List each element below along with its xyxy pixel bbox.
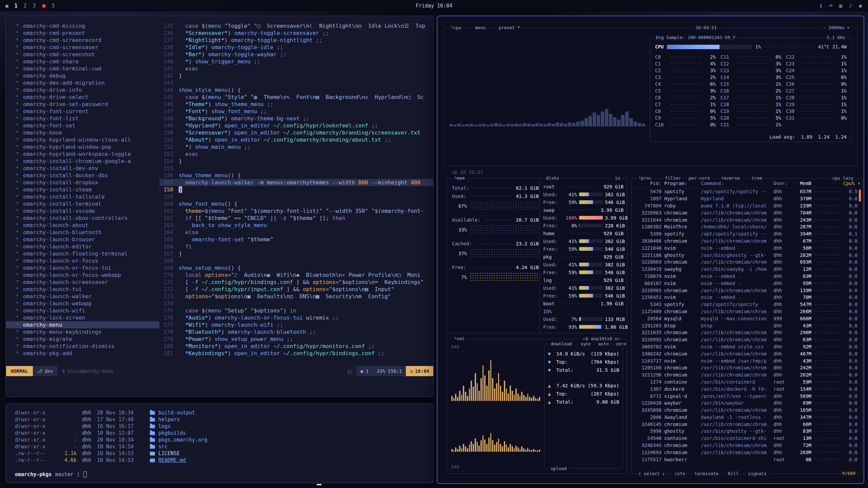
code-line[interactable]: 157 omarchy-launch-walker -m menus:omarc… xyxy=(160,179,433,186)
select-hint[interactable]: ↑ select ↓ xyxy=(636,471,667,477)
process-row[interactable]: 864107 nvim nvim --embed . dhh 95M 0.0 xyxy=(632,280,862,287)
code-line[interactable]: 177 *Wifi*) omarchy-launch-wifi ;; xyxy=(160,321,433,328)
process-scrollbar[interactable] xyxy=(859,189,861,202)
preset-button[interactable]: preset * xyxy=(497,25,522,31)
file-tree-item[interactable]: * omarchy-install-tailscale xyxy=(16,193,159,200)
tree-button[interactable]: tree xyxy=(750,175,764,181)
file-tree-item[interactable]: * omarchy-cmd-screenshot xyxy=(16,51,159,58)
file-tree-item[interactable]: * omarchy-launch-floating-terminal xyxy=(16,250,159,257)
code-line[interactable]: 175 case $(menu "Setup" "$options") in xyxy=(160,307,433,314)
code-line[interactable]: 170 local options="♪ Audio\n◉ Wifi\n◆ Bl… xyxy=(160,271,433,279)
terminate-button[interactable]: terminate xyxy=(693,471,721,477)
process-row[interactable]: 5343 spotify /opt/spotify/spotify dhh 54… xyxy=(632,301,862,308)
file-tree-item[interactable]: * omarchy-drive-select xyxy=(16,94,159,101)
process-row[interactable]: 1124693 chromium /usr/lib/chromium/chrom… xyxy=(632,449,862,456)
file-tree-item[interactable]: * omarchy-font-current xyxy=(16,108,159,115)
process-row[interactable]: 3220992 chromium /usr/lib/chromium/chrom… xyxy=(632,336,862,343)
code-line[interactable]: 137 *Nightlight*) omarchy-toggle-nightli… xyxy=(160,37,433,44)
file-tree-item[interactable]: * omarchy-install-vscode xyxy=(16,207,159,215)
shell-prompt[interactable]: omarchy-pkgs master ) xyxy=(15,471,433,478)
file-tree-item[interactable]: * omarchy-install-chromium-google-a xyxy=(16,158,159,165)
code-line[interactable]: 135 case $(menu "Toggle" "▢ Screensaver\… xyxy=(160,22,433,29)
code-line[interactable]: 150 *Screensaver*) open_in_editor ~/.con… xyxy=(160,129,433,136)
process-row[interactable]: 1143717 nvim nvim --embed /var/tmp/p dhh… xyxy=(632,357,862,364)
code-line[interactable]: 166 fi xyxy=(160,243,433,250)
code-line[interactable]: 143 xyxy=(160,79,433,86)
process-row[interactable]: 1205108 chromium /usr/lib/chromium/chrom… xyxy=(632,364,862,371)
file-tree-item[interactable]: * omarchy-launch-screensaver xyxy=(16,279,159,286)
file-tree-item[interactable]: * omarchy-install-terminal xyxy=(16,200,159,207)
process-row[interactable]: 1186302 MainThre /home/dhh/.local/share/… xyxy=(632,223,862,230)
code-line[interactable]: 136 *Screensaver*) omarchy-toggle-screen… xyxy=(160,29,433,37)
process-row[interactable]: 3220965 chromium /usr/lib/chromium/chrom… xyxy=(632,287,862,294)
process-row[interactable]: 1125409 chromium /usr/lib/chromium/chrom… xyxy=(632,308,862,315)
code-line[interactable]: 165 omarchy-font-set "$theme" xyxy=(160,236,433,243)
code-line[interactable]: 141 esac xyxy=(160,65,433,72)
code-line[interactable]: 178 *Bluetooth*) omarchy-launch-bluetoot… xyxy=(160,328,433,336)
filter-button[interactable]: filter xyxy=(663,175,683,181)
file-tree-item[interactable]: * omarchy-launch-browser xyxy=(16,236,159,243)
code-line[interactable]: 176 *Audio*) omarchy-launch-or-focus-tui… xyxy=(160,314,433,321)
code-line[interactable]: 152 *) show_main_menu ;; xyxy=(160,143,433,150)
code-line[interactable]: 147 *Font*) show_font_menu ;; xyxy=(160,108,433,115)
process-row[interactable]: 3221044 chromium /usr/lib/chromium/chrom… xyxy=(632,216,862,223)
auto-button[interactable]: auto xyxy=(596,341,611,347)
file-tree-item[interactable]: * omarchy-launch-or-focus-tui xyxy=(16,264,159,271)
file-tree-item[interactable]: * omarchy-hyprland-workspace-toggle xyxy=(16,150,159,158)
user-header[interactable]: User: xyxy=(773,181,791,186)
process-row[interactable]: 3246145 chromium /usr/lib/chromium/chrom… xyxy=(632,421,862,428)
process-row[interactable]: 6772 signal-d /proc/self/exe --type=r dh… xyxy=(632,392,862,400)
code-line[interactable]: 169 show_setup_menu() { xyxy=(160,264,433,271)
file-tree-item[interactable]: * omarchy-pkg-add xyxy=(16,350,159,357)
code-line[interactable]: 149 *Hyprland*) open_in_editor ~/.config… xyxy=(160,122,433,129)
file-tree-item[interactable]: * omarchy-hyprland-window-pop xyxy=(16,143,159,150)
sync-button[interactable]: sync xyxy=(578,341,593,347)
file-tree-item[interactable]: * omarchy-migrate xyxy=(16,336,159,343)
sort-column-button[interactable]: cpu lazy xyxy=(830,175,855,181)
code-line[interactable]: 142 } xyxy=(160,72,433,79)
code-line[interactable]: 179 *Power*) show_setup_power_menu ;; xyxy=(160,336,433,343)
process-row[interactable]: 747804 ruby puma 7.1.0 (tcp://local dhh … xyxy=(632,202,862,209)
file-tree-item[interactable]: * omarchy-launch-about xyxy=(16,222,159,229)
code-line[interactable]: 172 [ -f ~/.config/hypr/input.conf ] && … xyxy=(160,286,433,293)
code-line[interactable]: 145 case $(menu "Style" "◍ Theme\n✎ Font… xyxy=(160,94,433,101)
io-mode-button[interactable]: io xyxy=(613,175,622,181)
info-button[interactable]: info xyxy=(672,471,687,477)
terminal-window[interactable]: drwxr-xr-x - dhh 20 Nov 10:34 build-outp… xyxy=(5,403,434,483)
file-tree-item[interactable]: * omarchy-font-list xyxy=(16,115,159,122)
file-tree-item[interactable]: * omarchy-launch-editor xyxy=(16,243,159,250)
file-tree-item[interactable]: * omarchy-menu xyxy=(6,321,159,328)
process-row[interactable]: 1220419 swaybg /usr/bin/swaybg -i /hom d… xyxy=(632,266,862,273)
file-tree-item[interactable]: * omarchy-install-dev-env xyxy=(16,165,159,172)
kill-button[interactable]: Kill xyxy=(726,471,741,477)
process-row[interactable]: 1274 containe /usr/bin/containerd root 5… xyxy=(632,379,862,386)
code-line[interactable]: 164 else xyxy=(160,229,433,236)
file-tree-item[interactable]: * omarchy-launch-tui xyxy=(16,286,159,293)
code-line[interactable]: 148 *Background*) omarchy-theme-bg-next … xyxy=(160,115,433,122)
mem-header[interactable]: MemB xyxy=(794,181,811,186)
code-line[interactable]: 155 xyxy=(160,165,433,172)
process-row[interactable]: 3246345 chromium /usr/lib/chromium/chrom… xyxy=(632,442,862,449)
code-line[interactable]: 158 } xyxy=(160,186,433,193)
process-row[interactable]: 1221848 nvim nvim --embed dhh 56M 0.0 xyxy=(632,244,862,251)
process-row[interactable]: 728079 nvim nvim --embed . dhh 83M 0.0 xyxy=(632,273,862,280)
file-tree-item[interactable]: * omarchy-cmd-screensaver xyxy=(16,44,159,51)
file-tree-item[interactable]: * omarchy-hyprland-window-close-all xyxy=(16,136,159,143)
per-core-button[interactable]: per-core xyxy=(687,175,712,181)
code-line[interactable]: 154 } xyxy=(160,158,433,165)
code-line[interactable]: 174 xyxy=(160,300,433,307)
mem-panel-title[interactable]: ²mem xyxy=(452,175,467,181)
code-line[interactable]: 146 *Theme*) show_theme_menu ;; xyxy=(160,101,433,108)
process-row[interactable]: 1156451 nvim nvim --embed . dhh 70M 0.0 xyxy=(632,294,862,301)
code-line[interactable]: 144 show_style_menu() { xyxy=(160,86,433,94)
net-panel-title[interactable]: ³net xyxy=(452,336,467,342)
file-tree-item[interactable]: * omarchy-launch-webapp xyxy=(16,300,159,307)
file-tree-item[interactable]: * omarchy-drive-info xyxy=(16,86,159,94)
process-row[interactable]: 24540 containe /usr/bin/containerd-shi r… xyxy=(632,435,862,442)
file-tree-item[interactable]: * omarchy-hook xyxy=(16,129,159,136)
file-tree-item[interactable]: * omarchy-font-set xyxy=(16,122,159,129)
process-row[interactable]: 1291265 btop btop dhh 43M 0.0 xyxy=(632,322,862,329)
code-line[interactable]: 156 show_theme_menu() { xyxy=(160,172,433,179)
code-line[interactable]: 163 back_to show_style_menu xyxy=(160,222,433,229)
file-tree-item[interactable]: * omarchy-cmd-missing xyxy=(16,22,159,29)
